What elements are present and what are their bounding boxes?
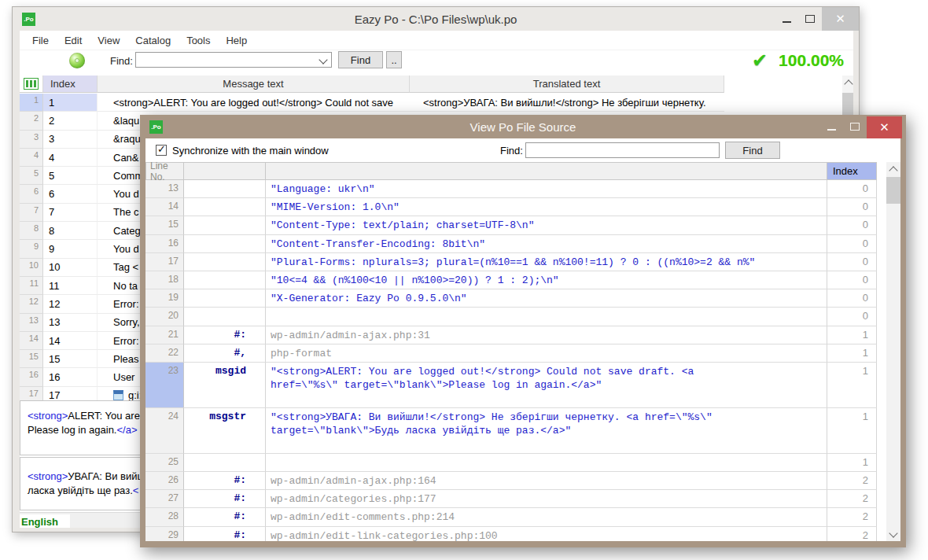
row-number-cell[interactable]: 8 [20, 222, 43, 240]
column-header-line-no[interactable]: Line No. [145, 162, 184, 180]
source-row[interactable]: 13"Language: ukr\n"0 [145, 180, 877, 198]
keyword-cell[interactable]: msgstr [184, 408, 266, 454]
row-number-cell[interactable]: 11 [20, 277, 43, 295]
column-header-index[interactable]: Index [827, 162, 877, 180]
line-number-cell[interactable]: 27 [145, 490, 184, 508]
index-cell[interactable]: 2 [827, 490, 877, 508]
index-cell[interactable]: 16 [43, 368, 98, 386]
disc-icon[interactable] [69, 53, 85, 68]
row-number-cell[interactable]: 1 [20, 94, 43, 112]
index-cell[interactable]: 2 [827, 527, 877, 541]
index-cell[interactable]: 0 [827, 235, 877, 253]
table-row[interactable]: 11<strong>ALERT: You are logged out!</st… [20, 94, 853, 112]
more-button[interactable]: .. [386, 51, 402, 68]
menu-item-view[interactable]: View [90, 32, 127, 49]
source-row[interactable]: 24msgstr"<strong>УВАГА: Ви вийшли!</stro… [145, 408, 877, 454]
index-cell[interactable]: 0 [827, 216, 877, 234]
index-cell[interactable]: 1 [827, 454, 877, 472]
source-row[interactable]: 16"Content-Transfer-Encoding: 8bit\n"0 [145, 235, 877, 253]
keyword-cell[interactable]: #: [184, 326, 266, 344]
index-cell[interactable]: 8 [43, 222, 98, 240]
scroll-down-icon[interactable] [886, 528, 900, 541]
keyword-cell[interactable]: msgid [184, 363, 266, 408]
find-button[interactable]: Find [725, 142, 780, 159]
row-number-cell[interactable]: 4 [20, 149, 43, 167]
keyword-cell[interactable] [184, 216, 266, 234]
source-row[interactable]: 17"Plural-Forms: nplurals=3; plural=(n%1… [145, 253, 877, 271]
row-number-cell[interactable]: 2 [20, 112, 43, 130]
line-number-cell[interactable]: 16 [145, 235, 184, 253]
minimize-button[interactable] [819, 115, 843, 138]
keyword-cell[interactable]: #: [184, 490, 266, 508]
column-header-translated[interactable]: Translated text [410, 76, 724, 93]
source-text-cell[interactable] [266, 308, 827, 326]
find-button[interactable]: Find [338, 51, 383, 68]
source-text-cell[interactable]: "Content-Transfer-Encoding: 8bit\n" [266, 235, 827, 253]
line-number-cell[interactable]: 23 [145, 363, 184, 408]
keyword-cell[interactable] [184, 180, 266, 198]
line-number-cell[interactable]: 13 [145, 180, 184, 198]
index-cell[interactable]: 2 [827, 472, 877, 490]
column-header-index[interactable]: Index [43, 76, 98, 93]
menu-item-catalog[interactable]: Catalog [127, 32, 179, 49]
index-cell[interactable]: 6 [43, 185, 98, 203]
source-row[interactable]: 14"MIME-Version: 1.0\n"0 [145, 198, 877, 216]
menu-item-help[interactable]: Help [218, 32, 255, 49]
line-number-cell[interactable]: 26 [145, 472, 184, 490]
row-number-cell[interactable]: 3 [20, 131, 43, 149]
index-cell[interactable]: 11 [43, 277, 98, 295]
index-cell[interactable]: 1 [827, 408, 877, 454]
synchronize-checkbox[interactable]: ✓ [156, 145, 167, 156]
index-cell[interactable]: 15 [43, 350, 98, 368]
source-text-cell[interactable]: wp-admin/admin-ajax.php:31 [266, 326, 827, 344]
keyword-cell[interactable] [184, 198, 266, 216]
line-number-cell[interactable]: 19 [145, 289, 184, 308]
source-row[interactable]: 26#:wp-admin/admin-ajax.php:1642 [145, 472, 877, 490]
index-cell[interactable]: 1 [827, 344, 877, 363]
index-cell[interactable]: 13 [43, 314, 98, 332]
source-text-cell[interactable]: "X-Generator: Eazy Po 0.9.5.0\n" [266, 289, 827, 308]
main-titlebar[interactable]: .Po Eazy Po - C:\Po Files\wp\uk.po ✕ [13, 7, 859, 31]
index-cell[interactable]: 2 [827, 508, 877, 526]
index-cell[interactable]: 7 [43, 204, 98, 222]
maximize-button[interactable] [798, 7, 822, 31]
index-cell[interactable]: 1 [43, 94, 98, 112]
index-cell[interactable]: 1 [827, 326, 877, 344]
keyword-cell[interactable]: #, [184, 344, 266, 363]
maximize-button[interactable] [843, 115, 867, 138]
scroll-up-icon[interactable] [842, 76, 853, 89]
keyword-cell[interactable] [184, 235, 266, 253]
row-number-cell[interactable]: 5 [20, 167, 43, 185]
line-number-cell[interactable]: 22 [145, 344, 184, 363]
source-text-cell[interactable]: "10<=4 && (n%100<10 || n%100>=20)) ? 1 :… [266, 271, 827, 289]
index-cell[interactable]: 12 [43, 295, 98, 313]
row-number-cell[interactable]: 6 [20, 185, 43, 203]
find-combobox[interactable] [135, 52, 332, 68]
source-text-cell[interactable] [266, 454, 827, 472]
index-cell[interactable]: 0 [827, 289, 877, 308]
minimize-button[interactable] [775, 7, 798, 31]
keyword-cell[interactable] [184, 271, 266, 289]
keyword-cell[interactable]: #: [184, 508, 266, 526]
source-row[interactable]: 28#:wp-admin/edit-comments.php:2142 [145, 508, 877, 526]
row-number-cell[interactable]: 13 [20, 314, 43, 332]
source-row[interactable]: 251 [145, 454, 877, 472]
source-text-cell[interactable]: "<strong>УВАГА: Ви вийшли!</strong> Не з… [266, 408, 827, 454]
translated-cell[interactable]: <strong>УВАГА: Ви вийшли!</strong> Не зб… [410, 94, 724, 112]
row-number-cell[interactable]: 7 [20, 204, 43, 222]
index-cell[interactable]: 17 [43, 387, 98, 400]
menu-item-edit[interactable]: Edit [57, 32, 90, 49]
source-text-cell[interactable]: "Content-Type: text/plain; charset=UTF-8… [266, 216, 827, 234]
row-number-cell[interactable]: 14 [20, 332, 43, 350]
source-scrollbar[interactable] [886, 162, 900, 541]
index-cell[interactable]: 10 [43, 259, 98, 277]
source-text-cell[interactable]: wp-admin/edit-comments.php:214 [266, 508, 827, 526]
line-number-cell[interactable]: 15 [145, 216, 184, 234]
line-number-cell[interactable]: 20 [145, 308, 184, 326]
source-text-cell[interactable]: wp-admin/categories.php:177 [266, 490, 827, 508]
source-row[interactable]: 15"Content-Type: text/plain; charset=UTF… [145, 216, 877, 234]
row-number-cell[interactable]: 16 [20, 368, 43, 386]
columns-button[interactable] [20, 76, 43, 93]
column-header-text[interactable] [266, 162, 827, 180]
index-cell[interactable]: 5 [43, 167, 98, 185]
